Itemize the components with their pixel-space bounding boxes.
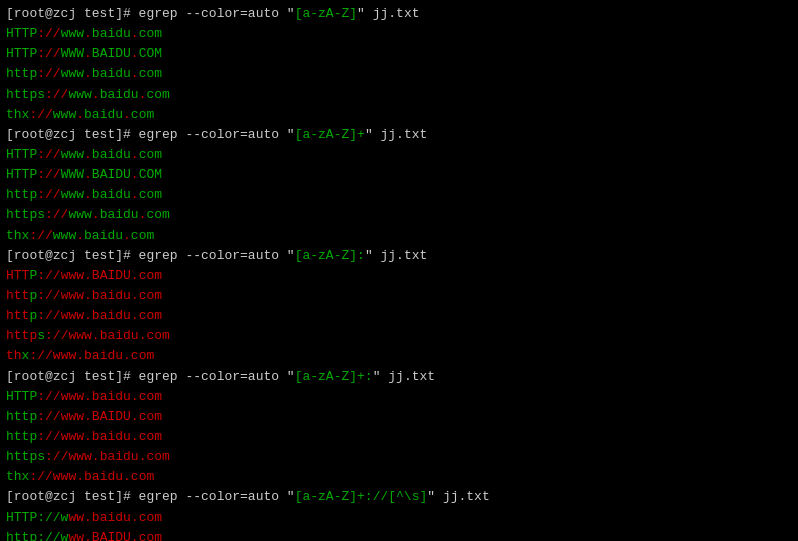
terminal-line: [root@zcj test]# egrep --color=auto "[a-… <box>6 125 792 145</box>
terminal-line: http://www.baidu.com <box>6 427 792 447</box>
terminal-line: thx://www.baidu.com <box>6 105 792 125</box>
terminal-line: [root@zcj test]# egrep --color=auto "[a-… <box>6 367 792 387</box>
terminal-line: thx://www.baidu.com <box>6 467 792 487</box>
terminal-line: https://www.baidu.com <box>6 447 792 467</box>
terminal-line: [root@zcj test]# egrep --color=auto "[a-… <box>6 246 792 266</box>
terminal-line: HTTP://www.baidu.com <box>6 24 792 44</box>
terminal-line: [root@zcj test]# egrep --color=auto "[a-… <box>6 4 792 24</box>
terminal-line: HTTP://WWW.BAIDU.COM <box>6 44 792 64</box>
terminal-line: HTTP://www.baidu.com <box>6 508 792 528</box>
terminal-line: HTTP://www.BAIDU.com <box>6 266 792 286</box>
terminal-line: thx://www.baidu.com <box>6 226 792 246</box>
terminal-line: HTTP://www.baidu.com <box>6 387 792 407</box>
terminal-line: http://www.BAIDU.com <box>6 528 792 541</box>
terminal-line: HTTP://www.baidu.com <box>6 145 792 165</box>
terminal-line: http://www.BAIDU.com <box>6 407 792 427</box>
terminal-line: HTTP://WWW.BAIDU.COM <box>6 165 792 185</box>
terminal-line: http://www.baidu.com <box>6 306 792 326</box>
terminal-line: https://www.baidu.com <box>6 85 792 105</box>
terminal-line: https://www.baidu.com <box>6 205 792 225</box>
terminal-line: thx://www.baidu.com <box>6 346 792 366</box>
terminal-line: [root@zcj test]# egrep --color=auto "[a-… <box>6 487 792 507</box>
terminal-line: http://www.baidu.com <box>6 286 792 306</box>
terminal-line: http://www.baidu.com <box>6 185 792 205</box>
terminal-line: http://www.baidu.com <box>6 64 792 84</box>
terminal-line: https://www.baidu.com <box>6 326 792 346</box>
terminal: [root@zcj test]# egrep --color=auto "[a-… <box>6 4 792 541</box>
